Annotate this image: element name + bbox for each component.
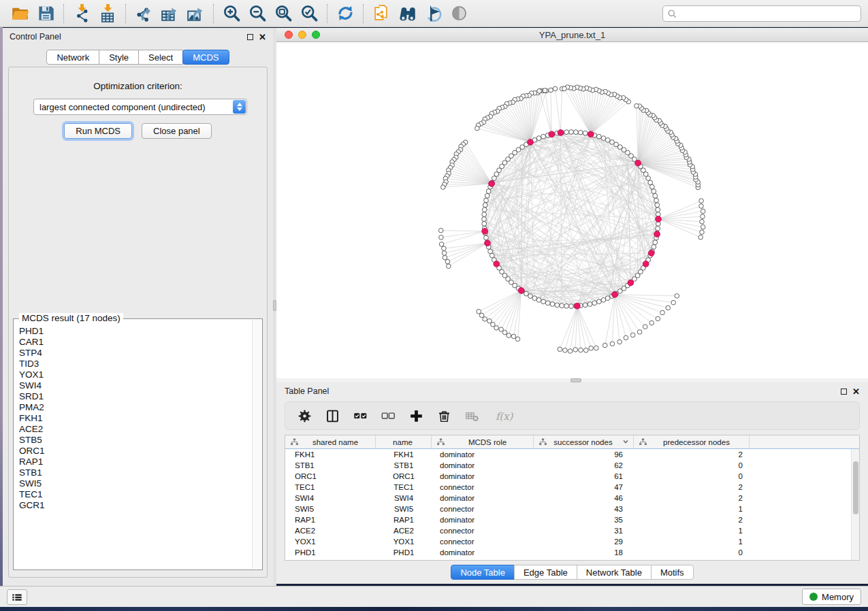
add-row-icon[interactable] [409,409,423,423]
table-scrollbar[interactable] [851,449,859,560]
mcds-result-item[interactable]: SWI4 [19,380,251,391]
tab-motifs[interactable]: Motifs [651,565,694,580]
search-input[interactable] [677,9,856,18]
import-network-icon [73,4,91,22]
search-box[interactable] [662,5,861,22]
table-row[interactable]: ORC1ORC1dominator610 [285,471,851,482]
cell: TEC1 [285,483,376,491]
mcds-result-item[interactable]: STB5 [19,435,251,446]
column-header-MCDS-role[interactable]: MCDS role [432,435,534,448]
control-panel: Control Panel ✕ Network Style Select MCD… [3,28,273,586]
tab-node-table[interactable]: Node Table [451,565,515,580]
mcds-result-item[interactable]: RAP1 [19,457,251,467]
toolbar-separator [63,4,64,23]
zoom-fit-button[interactable] [270,3,296,24]
refresh-button[interactable] [332,3,358,24]
show-graphics-details-button[interactable] [446,3,472,24]
save-session-button[interactable] [33,3,59,24]
mcds-result-item[interactable]: SWI5 [19,478,251,489]
tab-select[interactable]: Select [138,50,183,65]
new-network-from-selection-button[interactable] [368,3,394,24]
table-row[interactable]: RAP1RAP1dominator352 [285,514,851,525]
close-table-panel-icon[interactable]: ✕ [852,387,860,396]
tab-network[interactable]: Network [46,50,99,65]
cell: 2 [634,494,750,502]
column-header-predecessor-nodes[interactable]: predecessor nodes [634,435,750,448]
cell: 29 [534,538,634,546]
column-type-icon [290,438,299,446]
import-table-icon [99,4,117,22]
zoom-selected-button[interactable] [296,3,322,24]
open-file-button[interactable] [7,3,33,24]
column-header-shared-name[interactable]: shared name [285,435,376,448]
mcds-result-item[interactable]: TID3 [19,359,251,369]
cell: 0 [634,548,750,557]
mcds-result-item[interactable]: FKH1 [19,413,251,424]
cell: dominator [432,472,534,480]
close-panel-button[interactable]: Close panel [142,123,212,139]
cell: ACE2 [285,527,376,535]
mcds-result-item[interactable]: GCR1 [19,500,251,511]
show-panels-list-button[interactable] [7,589,27,605]
deselect-all-columns-icon[interactable] [381,409,396,423]
mcds-result-item[interactable]: ORC1 [19,446,251,457]
first-neighbors-button[interactable] [394,3,420,24]
result-list-scrollbar[interactable] [252,320,261,569]
svg-text:f(x): f(x) [496,410,514,422]
mcds-result-item[interactable]: ACE2 [19,424,251,435]
import-table-button[interactable] [95,3,120,24]
table-row[interactable]: TEC1TEC1connector472 [285,482,851,493]
mcds-result-item[interactable]: SRD1 [19,391,251,402]
network-window-titlebar[interactable]: YPA_prune.txt_1 [276,28,868,42]
column-header-name[interactable]: name [376,435,432,448]
select-all-columns-icon[interactable] [353,409,368,423]
table-row[interactable]: PHD1PHD1dominator180 [285,547,851,558]
vizmapper-button[interactable] [420,3,446,24]
export-table-button[interactable] [157,3,182,24]
close-panel-icon[interactable]: ✕ [259,33,266,42]
table-row[interactable]: ACE2ACE2connector311 [285,525,851,536]
export-network-button[interactable] [131,3,157,24]
column-label: predecessor nodes [651,438,749,446]
tab-edge-table[interactable]: Edge Table [514,565,577,580]
import-network-button[interactable] [69,3,95,24]
float-panel-icon[interactable] [247,34,253,40]
mcds-result-list[interactable]: PHD1CAR1STP4TID3YOX1SWI4SRD1PMA2FKH1ACE2… [19,326,251,567]
zoom-in-button[interactable] [219,3,244,24]
mcds-result-item[interactable]: STP4 [19,348,251,359]
memory-button[interactable]: Memory [802,589,861,605]
table-row[interactable]: STB1STB1dominator620 [285,460,851,471]
mcds-result-item[interactable]: PHD1 [19,326,251,337]
delete-rows-icon[interactable] [437,409,451,423]
column-header-successor-nodes[interactable]: successor nodes [534,435,634,448]
cell: SWI5 [376,505,432,513]
float-table-panel-icon[interactable] [841,389,847,395]
cell: 62 [534,461,634,469]
network-canvas[interactable] [276,42,868,378]
settings-gear-icon[interactable] [298,409,312,423]
table-row[interactable]: YOX1YOX1connector291 [285,536,851,547]
mcds-result-item[interactable]: TEC1 [19,489,251,500]
criterion-dropdown[interactable]: largest connected component (undirected) [33,99,247,115]
export-image-button[interactable] [182,3,208,24]
tab-network-table[interactable]: Network Table [577,565,652,580]
table-row[interactable]: SWI4SWI4dominator462 [285,493,851,503]
zoom-out-button[interactable] [244,3,270,24]
cell: STB1 [285,461,376,469]
table-scrollbar-thumb[interactable] [853,461,858,514]
cell: 96 [534,450,634,459]
cell: RAP1 [285,516,376,524]
tab-mcds[interactable]: MCDS [182,50,229,65]
show-columns-icon[interactable] [325,409,340,423]
table-row[interactable]: FKH1FKH1dominator962 [285,449,851,460]
optimization-criterion-label: Optimization criterion: [9,81,267,91]
mcds-result-item[interactable]: STB1 [19,467,251,478]
new-network-from-selection-icon [372,4,391,22]
mcds-result-item[interactable]: PMA2 [19,402,251,413]
table-row[interactable]: SWI5SWI5connector431 [285,503,851,514]
tab-style[interactable]: Style [99,50,139,65]
mcds-result-item[interactable]: YOX1 [19,369,251,380]
run-mcds-button[interactable]: Run MCDS [64,123,132,139]
cell: SWI4 [376,494,432,502]
mcds-result-item[interactable]: CAR1 [19,337,251,348]
